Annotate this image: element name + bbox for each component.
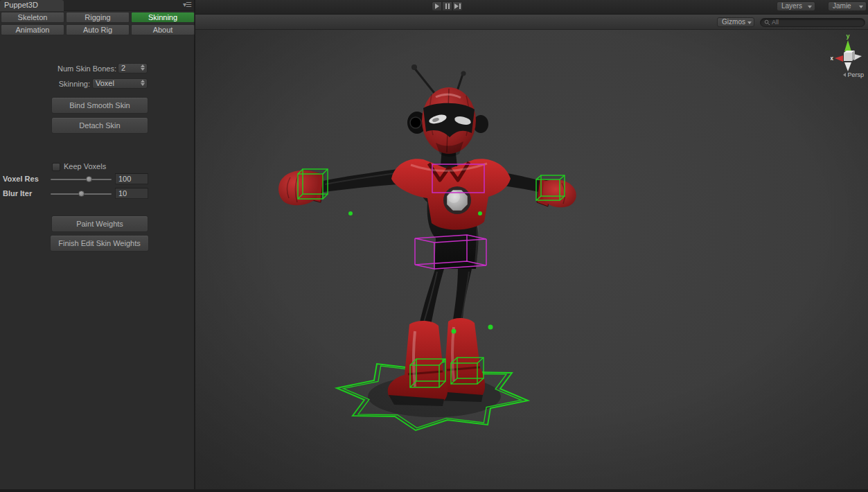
skinning-mode-value: Voxel xyxy=(96,79,114,87)
main-area: Layers Jamie Gizmos All xyxy=(195,0,868,489)
blur-iter-slider[interactable] xyxy=(51,193,112,195)
axis-center-cube[interactable] xyxy=(844,53,852,61)
blur-iter-slider-handle[interactable] xyxy=(78,191,85,197)
pane-menu-icon[interactable]: ▾☰ xyxy=(183,1,191,8)
tab-about[interactable]: About xyxy=(131,24,195,35)
main-toolbar: Layers Jamie xyxy=(195,0,868,15)
scene-render xyxy=(195,30,868,489)
unity-window: Puppet3D ▾☰ Skeleton Rigging Skinning An… xyxy=(0,0,868,492)
tab-row-1: Skeleton Rigging Skinning xyxy=(1,12,195,23)
puppet3d-panel: Puppet3D ▾☰ Skeleton Rigging Skinning An… xyxy=(0,0,195,489)
finish-edit-skin-weights-button[interactable]: Finish Edit Skin Weights xyxy=(50,235,149,252)
layers-dropdown[interactable]: Layers xyxy=(777,1,815,11)
tab-rigging[interactable]: Rigging xyxy=(66,12,130,23)
chevron-down-icon xyxy=(808,6,812,8)
window-bottom-border xyxy=(0,489,868,492)
voxel-res-slider-handle[interactable] xyxy=(86,176,92,182)
axis-z-cone[interactable] xyxy=(854,54,862,60)
gizmos-label: Gizmos xyxy=(722,18,745,26)
stepper-caret-icon xyxy=(141,64,145,71)
chevron-down-icon xyxy=(747,21,752,24)
axis-gizmo[interactable]: y x xyxy=(831,33,865,73)
chevron-down-icon xyxy=(859,6,863,8)
scene-viewport[interactable]: y x Persp xyxy=(195,30,868,489)
search-filter-text: All xyxy=(772,19,779,26)
paint-weights-button[interactable]: Paint Weights xyxy=(51,216,148,232)
step-icon xyxy=(454,3,459,9)
voxel-res-slider[interactable] xyxy=(51,179,112,180)
scene-search-input[interactable]: All xyxy=(760,18,865,27)
persp-arrow-icon xyxy=(843,73,846,77)
axis-y-cone[interactable] xyxy=(844,40,851,51)
tab-row-2: Animation Auto Rig About xyxy=(1,24,195,35)
detach-skin-button[interactable]: Detach Skin xyxy=(51,117,148,134)
voxel-res-label: Voxel Res xyxy=(3,175,39,183)
viewport-vignette xyxy=(195,30,868,489)
tab-skeleton[interactable]: Skeleton xyxy=(1,12,64,23)
scene-view-toolbar: Gizmos All xyxy=(195,15,868,30)
panel-header: Puppet3D ▾☰ xyxy=(0,0,194,11)
projection-mode-toggle[interactable]: Persp xyxy=(843,71,864,78)
playback-controls xyxy=(432,1,463,11)
pause-button[interactable] xyxy=(442,1,452,11)
num-skin-bones-label: Num Skin Bones: xyxy=(0,64,116,73)
gizmos-dropdown[interactable]: Gizmos xyxy=(717,17,754,27)
axis-down-cone[interactable] xyxy=(844,62,851,71)
layout-label: Jamie xyxy=(833,2,851,10)
keep-voxels-label: Keep Voxels xyxy=(64,162,106,170)
tab-skinning[interactable]: Skinning xyxy=(131,12,195,23)
step-button[interactable] xyxy=(452,1,463,11)
skinning-mode-label: Skinning: xyxy=(0,80,90,88)
persp-label: Persp xyxy=(847,71,864,78)
num-skin-bones-dropdown[interactable]: 2 xyxy=(118,63,148,73)
num-skin-bones-value: 2 xyxy=(121,64,125,72)
layout-dropdown[interactable]: Jamie xyxy=(828,1,867,11)
voxel-res-field[interactable]: 100 xyxy=(115,173,148,184)
play-icon xyxy=(435,3,439,9)
blur-iter-field[interactable]: 10 xyxy=(115,188,148,199)
stepper-caret-icon xyxy=(141,80,145,86)
tab-autorig[interactable]: Auto Rig xyxy=(66,24,130,35)
axis-x-cone[interactable] xyxy=(835,55,843,62)
tab-animation[interactable]: Animation xyxy=(1,24,64,35)
panel-tab-puppet3d[interactable]: Puppet3D xyxy=(0,0,64,11)
search-icon xyxy=(764,19,770,26)
layers-label: Layers xyxy=(781,2,802,10)
keep-voxels-checkbox[interactable] xyxy=(52,163,60,171)
blur-iter-label: Blur Iter xyxy=(3,189,32,197)
skinning-mode-dropdown[interactable]: Voxel xyxy=(92,78,148,89)
pause-icon xyxy=(445,3,450,9)
bind-smooth-skin-button[interactable]: Bind Smooth Skin xyxy=(51,97,148,114)
axis-y-label: y xyxy=(846,33,849,39)
axis-x-label: x xyxy=(831,55,833,62)
play-button[interactable] xyxy=(432,1,442,11)
